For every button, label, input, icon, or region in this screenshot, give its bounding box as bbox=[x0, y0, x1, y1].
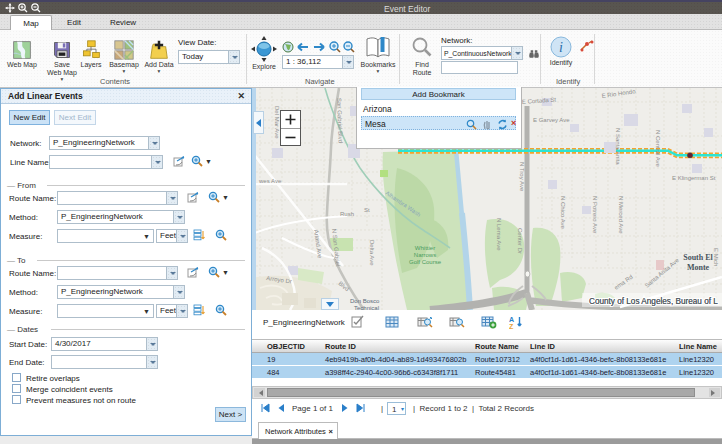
svg-text:Delta Ave: Delta Ave bbox=[369, 240, 375, 266]
svg-text:E Garvey Ave: E Garvey Ave bbox=[533, 117, 570, 123]
svg-text:Center Dr: Center Dr bbox=[517, 228, 523, 254]
svg-text:Monte: Monte bbox=[687, 263, 710, 272]
svg-text:South El: South El bbox=[683, 253, 713, 262]
svg-text:N Merced Ave: N Merced Ave bbox=[618, 196, 624, 234]
svg-text:N Chico Ave: N Chico Ave bbox=[560, 196, 566, 230]
svg-text:N Potrero Ave: N Potrero Ave bbox=[592, 196, 598, 234]
svg-text:Narrows: Narrows bbox=[414, 252, 436, 258]
svg-text:N Troy Ave: N Troy Ave bbox=[519, 162, 525, 192]
svg-text:N Santa Anita: N Santa Anita bbox=[615, 128, 621, 165]
svg-text:St: St bbox=[364, 207, 370, 213]
svg-text:Don Bosco: Don Bosco bbox=[350, 298, 380, 304]
svg-text:E Klingerman St: E Klingerman St bbox=[672, 175, 716, 181]
svg-text:County of Los Angeles, Bureau: County of Los Angeles, Bureau of L bbox=[589, 297, 718, 306]
svg-text:Whittier: Whittier bbox=[415, 245, 435, 251]
svg-text:N Central Ave: N Central Ave bbox=[655, 130, 661, 168]
svg-text:i: i bbox=[559, 40, 563, 55]
svg-text:Golf Course: Golf Course bbox=[409, 259, 442, 265]
svg-text:N Lema Ave: N Lema Ave bbox=[496, 218, 502, 251]
svg-text:Z: Z bbox=[509, 323, 514, 330]
svg-text:E Mich: E Mich bbox=[713, 248, 719, 266]
svg-text:A: A bbox=[509, 316, 514, 323]
svg-text:wes Ave: wes Ave bbox=[258, 178, 282, 184]
svg-text:Rush: Rush bbox=[340, 211, 354, 217]
